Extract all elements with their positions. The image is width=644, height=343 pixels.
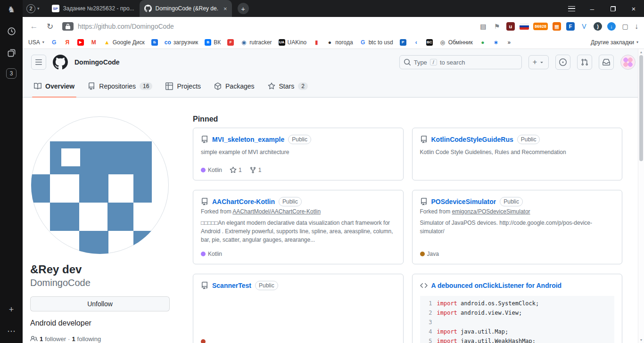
pull-requests-button[interactable] [577,55,592,70]
browser-tab-active[interactable]: DomingoCode (&Rey de... × [140,0,232,17]
blue-extension-icon[interactable]: F [566,22,575,31]
rail-add-button[interactable]: + [5,303,17,316]
forked-from-link[interactable]: AAChartModel/AAChartCore-Kotlin [232,208,321,215]
github-logo-icon[interactable] [53,55,68,70]
bookmark-btc-to-usd[interactable]: Gbtc to usd [360,39,393,46]
bookmark-flag-icon[interactable]: ⚑ [492,22,502,31]
bookmark-p[interactable]: P [400,39,406,46]
counter-extension-badge[interactable]: 86928 [533,23,548,30]
back-button[interactable]: ← [28,22,40,31]
bookmark-obmennik[interactable]: ◎Обмінник [439,39,473,46]
bookmark-map-pin[interactable]: ● [479,39,486,46]
ru-flag-icon[interactable] [520,23,529,30]
bookmark-vk[interactable]: BВК [205,39,221,46]
pinned-repo-link[interactable]: KotlinCodeStyleGuideRus [431,136,513,143]
browser-logo-icon[interactable]: ♞ [5,3,17,16]
bookmark-thermometer-icon: ▮ [313,39,320,46]
fork-count-link[interactable]: 1 [249,166,262,173]
orange-extension-icon-glyph: ▦ [553,22,561,31]
star-count-link[interactable]: 1 [230,166,242,173]
scrollbar-thumb[interactable] [639,55,643,161]
pinned-card-header: POSdeviceSimulatorPublic [420,197,615,206]
bookmark-asterisk[interactable]: ∗ [493,39,499,46]
tab-stack-icon[interactable] [5,47,17,59]
restore-icon [611,6,616,11]
pinned-repo-link[interactable]: MVI_skeleton_example [212,136,284,143]
tab-favicon-github-icon [144,5,152,12]
lock-icon[interactable] [62,22,74,31]
tab-count-badge: 2 [26,4,35,13]
tab-projects[interactable]: Projects [159,75,207,97]
browser-menu-icon[interactable] [561,0,582,17]
inbox-button[interactable] [599,55,614,70]
code-line: 4import java.util.Map; [420,327,615,336]
new-tab-button[interactable]: + [238,3,249,14]
pinned-repo-link[interactable]: A debounced onClickListener for Android [431,282,562,289]
tab-close-icon[interactable]: × [223,5,227,12]
tab-count-button[interactable]: 2 ▾ [26,4,40,13]
tab-stars[interactable]: Stars2 [261,75,314,97]
bookmark-uakino[interactable]: UAUAKino [279,39,307,46]
adblock-icon[interactable]: u [506,22,515,31]
pinned-card: ScannerTestPublic [193,274,404,343]
url-bar[interactable]: https://github.com/DomingoCode [60,22,474,31]
orange-extension-icon[interactable]: ▦ [552,22,561,31]
bookmark-translate[interactable]: Б [151,39,158,46]
reading-mode-icon[interactable]: ▤ [479,22,488,31]
user-avatar[interactable] [620,55,636,70]
reload-button[interactable]: ↻ [44,22,56,32]
bookmark-zagruzchik[interactable]: coзагрузчик [165,39,198,46]
rail-more-button[interactable]: ⋯ [5,325,17,337]
followers-line[interactable]: 1 follower · 1 following [30,335,170,343]
language-dot [201,339,206,343]
savefrom-icon[interactable]: ↓ [607,22,616,31]
other-bookmarks-button[interactable]: Другие закладки ▾ [591,39,638,46]
bookmark-usa-folder[interactable]: USA▾ [28,39,44,46]
github-header: DomingoCode Type / to search + [23,49,644,75]
bookmark-bc[interactable]: BC [426,39,433,46]
page-scrollbar[interactable]: ▲ ▼ [638,49,644,343]
dark-extension-icon[interactable]: ) [593,22,603,31]
bookmarks-overflow[interactable]: » [506,39,512,46]
issues-button[interactable] [555,55,570,70]
scroll-up-icon[interactable]: ▲ [640,50,643,54]
create-new-button[interactable]: + [528,55,549,69]
bookmark-angle[interactable]: ‹ [413,39,420,46]
pinned-repo-link[interactable]: AAChartCore-Kotlin [212,198,275,205]
profile-avatar[interactable] [30,115,170,255]
bookmark-thermometer[interactable]: ▮ [313,39,320,46]
unfollow-button[interactable]: Unfollow [30,296,170,311]
browser-tab-inactive[interactable]: SP Задание №2825632 - про... [47,0,140,17]
header-context-title[interactable]: DomingoCode [74,58,120,66]
scroll-down-icon[interactable]: ▼ [640,338,643,342]
bookmark-gmail[interactable]: M [91,39,97,46]
downloads-button[interactable]: ↓ [635,22,638,31]
chevron-down-icon [539,59,545,65]
bookmark-yandex-icon: Я [64,39,71,46]
bookmark-google-drive[interactable]: ▲Google Диск [104,39,145,46]
bookmark-google[interactable]: G [51,39,58,46]
tab-repositories[interactable]: Repositories16 [81,75,159,97]
minimize-button[interactable]: – [582,0,603,17]
close-button[interactable]: × [623,0,644,17]
bookmark-f[interactable]: F [227,39,234,46]
workspace-badge[interactable]: 3 [6,68,17,79]
v-extension-icon[interactable]: V [579,22,589,31]
bookmark-google-drive-icon: ▲ [104,39,110,46]
tab-overview-label: Overview [45,82,74,90]
github-search-input[interactable]: Type / to search [399,55,522,69]
forked-from-link[interactable]: emigonza/POSdeviceSimulator [452,208,530,215]
tab-packages[interactable]: Packages [207,75,261,97]
bookmark-youtube[interactable]: ▶ [77,39,84,46]
pinned-repo-link[interactable]: POSdeviceSimulator [431,198,496,205]
bookmark-yandex[interactable]: Я [64,39,71,46]
history-icon[interactable] [5,25,17,37]
bookmark-rutracker[interactable]: ◉rutracker [240,39,272,46]
pinned-repo-link[interactable]: ScannerTest [212,282,251,289]
bookmark-pogoda[interactable]: ●погода [326,39,353,46]
github-menu-button[interactable] [31,55,46,70]
tab-overview[interactable]: Overview [27,75,81,97]
restore-button[interactable] [603,0,623,17]
tag-extension-icon[interactable]: ▢ [620,22,630,31]
star-icon [230,166,237,173]
